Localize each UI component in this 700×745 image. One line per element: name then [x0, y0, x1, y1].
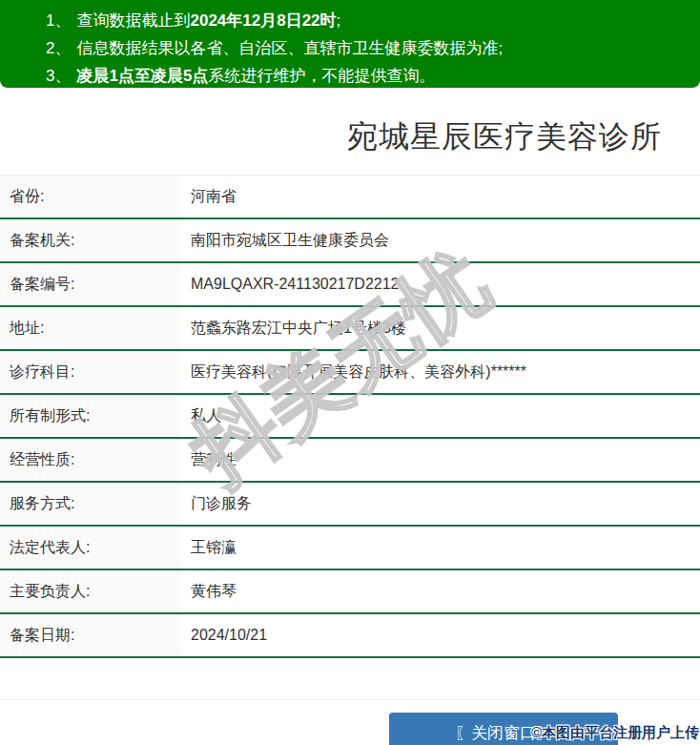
row-label: 主要负责人:	[0, 570, 181, 612]
notice-number: 1、	[46, 11, 71, 30]
notice-number: 3、	[46, 67, 71, 85]
record-query-page: { "notice": { "items": [ { "num": "1、", …	[0, 0, 700, 745]
row-value: 2024/10/21	[181, 614, 700, 656]
row-label: 法定代表人:	[0, 527, 181, 569]
table-row-treatment-subjects: 诊疗科目: 医疗美容科(仅限开展美容皮肤科、美容外科)******	[0, 351, 700, 395]
table-row-province: 省份: 河南省	[0, 176, 700, 219]
table-row-legal-representative: 法定代表人: 王镕瀛	[0, 527, 700, 570]
table-row-operation-nature: 经营性质: 营利性	[0, 439, 700, 483]
row-label: 服务方式:	[0, 483, 181, 525]
row-label: 备案编号:	[0, 263, 181, 305]
row-label: 省份:	[0, 176, 181, 217]
notice-text: 查询数据截止到	[76, 11, 190, 30]
notice-banner: 1、查询数据截止到2024年12月8日22时; 2、信息数据结果以各省、自治区、…	[0, 0, 700, 88]
row-value: 范蠡东路宏江中央广场1号楼3楼	[181, 307, 700, 349]
row-value: 门诊服务	[181, 483, 700, 525]
divider	[0, 699, 700, 700]
table-row-address: 地址: 范蠡东路宏江中央广场1号楼3楼	[0, 307, 700, 351]
notice-line: 1、查询数据截止到2024年12月8日22时;	[0, 7, 700, 34]
row-label: 地址:	[0, 307, 181, 349]
table-row-ownership-form: 所有制形式: 私人	[0, 395, 700, 439]
notice-text-bold: 凌晨1点至凌晨5点	[76, 67, 208, 85]
notice-text: 信息数据结果以各省、自治区、直辖市卫生健康委数据为准;	[76, 39, 503, 57]
table-row-main-person-in-charge: 主要负责人: 黄伟琴	[0, 570, 700, 614]
row-label: 所有制形式:	[0, 395, 181, 437]
row-value: 黄伟琴	[181, 570, 700, 612]
table-row-record-authority: 备案机关: 南阳市宛城区卫生健康委员会	[0, 219, 700, 263]
row-value: MA9LQAXR-241130217D2212	[181, 263, 700, 305]
notice-line: 2、信息数据结果以各省、自治区、直辖市卫生健康委数据为准;	[0, 34, 700, 62]
row-value: 医疗美容科(仅限开展美容皮肤科、美容外科)******	[181, 351, 700, 393]
table-row-record-date: 备案日期: 2024/10/21	[0, 614, 700, 658]
info-table: 省份: 河南省 备案机关: 南阳市宛城区卫生健康委员会 备案编号: MA9LQA…	[0, 175, 700, 658]
row-label: 经营性质:	[0, 439, 181, 481]
row-value: 私人	[181, 395, 700, 437]
row-value: 河南省	[181, 176, 700, 217]
table-row-service-mode: 服务方式: 门诊服务	[0, 483, 700, 527]
row-value: 南阳市宛城区卫生健康委员会	[181, 219, 700, 261]
notice-text: 系统进行维护，不能提供查询。	[208, 67, 435, 85]
row-label: 备案日期:	[0, 614, 181, 656]
notice-number: 2、	[46, 39, 71, 57]
notice-line: 3、凌晨1点至凌晨5点系统进行维护，不能提供查询。	[0, 62, 700, 90]
row-value: 王镕瀛	[181, 527, 700, 569]
table-row-record-number: 备案编号: MA9LQAXR-241130217D2212	[0, 263, 700, 307]
row-value: 营利性	[181, 439, 700, 481]
row-label: 备案机关:	[0, 219, 181, 261]
notice-text: ;	[337, 11, 341, 30]
page-title: 宛城星辰医疗美容诊所	[0, 116, 700, 156]
row-label: 诊疗科目:	[0, 351, 181, 393]
notice-text-bold: 2024年12月8日22时	[190, 11, 336, 30]
upload-credit: ©本图由平台注册用户上传	[531, 724, 699, 742]
